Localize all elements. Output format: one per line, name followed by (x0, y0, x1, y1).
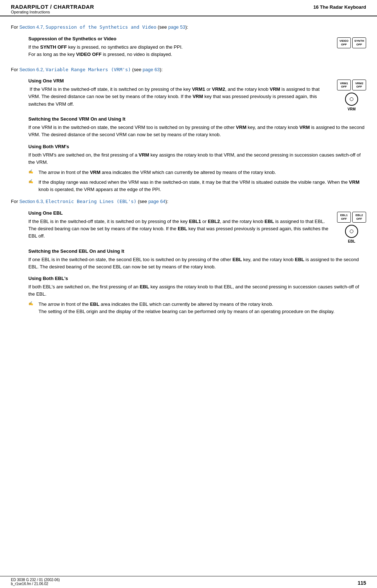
section3-key-row: EBL1 OFF EBL2 OFF (337, 212, 366, 223)
vrm-knob-label: VRM (348, 107, 356, 111)
section3-text1: Using One EBL If the EBL is in the switc… (28, 210, 330, 243)
section1-body: If the SYNTH OFF key is pressed, no synt… (28, 44, 330, 58)
section2-link[interactable]: Section 6.2, Variable Range Markers (VRM… (19, 67, 131, 72)
main-content: For Section 4.7, Suppression of the Synt… (0, 16, 377, 342)
header: RADARPILOT / CHARTRADAR Operating Instru… (0, 0, 377, 16)
section1-key-figure: VIDEO OFF SYNTH OFF (337, 37, 366, 50)
vrm1-off-key: VRM1 OFF (337, 80, 351, 90)
section1-block: Suppression of the Synthetics or Video I… (11, 36, 366, 61)
section3-block1: Using One EBL If the EBL is in the switc… (11, 210, 366, 243)
section3-intro: For Section 6.3, Electronic Bearing Line… (11, 198, 366, 205)
header-title: RADARPILOT / CHARTRADAR (11, 4, 94, 10)
ebl-knob-inner (350, 230, 353, 233)
section2-text1: Using One VRM If the VRM is in the switc… (28, 78, 330, 110)
section2-note1: ✍ The arrow in front of the VRM area ind… (28, 169, 366, 176)
section3-block3: Using Both EBL's If both EBL's are switc… (28, 276, 366, 315)
ebl-knob-label: EBL (348, 239, 355, 243)
ebl2-off-key: EBL2 OFF (352, 212, 366, 223)
section2-key-figure: VRM1 OFF VRM2 OFF VRM (337, 80, 366, 111)
header-chapter: 16 The Radar Keyboard (313, 4, 366, 10)
section3-note1-text: The arrow in front of the EBL area indic… (38, 301, 335, 315)
section1-intro: For Section 4.7, Suppression of the Synt… (11, 24, 366, 31)
section2-page-link[interactable]: page 63 (143, 67, 160, 72)
section2-intro: For Section 6.2, Variable Range Markers … (11, 66, 366, 73)
synth-off-key: SYNTH OFF (352, 37, 366, 48)
section2-heading1: Using One VRM (28, 78, 330, 84)
section3-heading3: Using Both EBL's (28, 276, 366, 281)
video-off-key: VIDEO OFF (337, 37, 351, 48)
section1-key-row: VIDEO OFF SYNTH OFF (337, 37, 366, 48)
footer: ED 3038 G 232 / 01 (2002-06) b_r1se16.fm… (0, 576, 377, 588)
section2-heading3: Using Both VRM's (28, 144, 366, 149)
section1-text: Suppression of the Synthetics or Video I… (28, 36, 330, 61)
section2-note1-text: The arrow in front of the VRM area indic… (38, 169, 276, 176)
footer-left: ED 3038 G 232 / 01 (2002-06) b_r1se16.fm… (11, 578, 60, 586)
section3-note1: ✍ The arrow in front of the EBL area ind… (28, 301, 366, 315)
header-subtitle: Operating Instructions (11, 10, 94, 14)
note1-icon: ✍ (28, 169, 36, 174)
section2-block3: Using Both VRM's If both VRM's are switc… (28, 144, 366, 193)
section2-block1: Using One VRM If the VRM is in the switc… (11, 78, 366, 111)
vrm-knob-inner (350, 97, 353, 101)
ebl1-off-key: EBL1 OFF (337, 212, 351, 223)
section3-body2: If one EBL is in the switched-on state, … (28, 256, 366, 271)
ebl-rotary-knob (345, 225, 358, 238)
section3-body3: If both EBL's are switched on, the first… (28, 283, 366, 298)
note2-icon: ✍ (28, 179, 36, 184)
section3-block2: Switching the Second EBL On and Using It… (28, 248, 366, 271)
section2-key-row: VRM1 OFF VRM2 OFF (337, 80, 366, 90)
section1-link[interactable]: Section 4.7, Suppression of the Syntheti… (19, 24, 157, 30)
section2-body2: If one VRM is in the switched-on state, … (28, 124, 366, 138)
page: RADARPILOT / CHARTRADAR Operating Instru… (0, 0, 377, 588)
section2-block2: Switching the Second VRM On and Using It… (28, 116, 366, 138)
section2-body3: If both VRM's are switched on, the first… (28, 151, 366, 166)
section3-link[interactable]: Section 6.3, Electronic Bearing Lines (E… (19, 199, 137, 204)
section2-note2: ✍ If the display range was reduced when … (28, 179, 366, 193)
section2-heading2: Switching the Second VRM On and Using It (28, 116, 366, 122)
section3-heading2: Switching the Second EBL On and Using It (28, 248, 366, 254)
section3-key-figure: EBL1 OFF EBL2 OFF EBL (337, 212, 366, 243)
vrm-rotary-knob (345, 93, 358, 106)
section3-note1-icon: ✍ (28, 301, 36, 306)
section1-page-link[interactable]: page 53 (168, 24, 185, 30)
section2-body1: If the VRM is in the switched-off state,… (28, 86, 330, 108)
header-left: RADARPILOT / CHARTRADAR Operating Instru… (11, 4, 94, 14)
footer-page: 115 (358, 580, 366, 586)
footer-edition: ED 3038 G 232 / 01 (2002-06) (11, 578, 60, 582)
section1-heading: Suppression of the Synthetics or Video (28, 36, 330, 41)
section2-note2-text: If the display range was reduced when th… (38, 179, 366, 193)
section3-heading1: Using One EBL (28, 210, 330, 216)
footer-filename: b_r1se16.fm / 21.06.02 (11, 582, 60, 586)
section3-body1: If the EBL is in the switched-off state,… (28, 218, 330, 240)
vrm2-off-key: VRM2 OFF (352, 80, 366, 90)
section3-page-link[interactable]: page 64 (148, 199, 165, 204)
